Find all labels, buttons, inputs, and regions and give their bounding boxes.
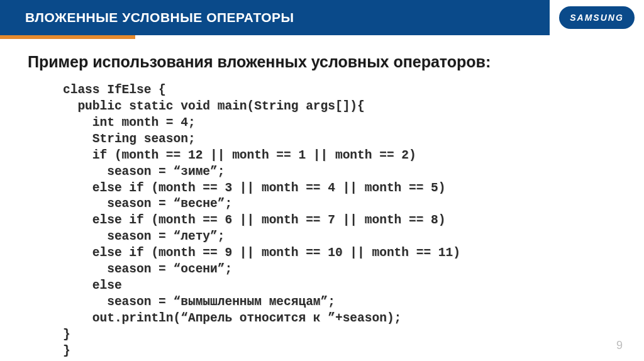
logo-container: SAMSUNG (550, 0, 644, 35)
content-area: Пример использования вложенных условных … (0, 35, 644, 360)
accent-bar (0, 35, 135, 39)
header-bar: ВЛОЖЕННЫЕ УСЛОВНЫЕ ОПЕРАТОРЫ SAMSUNG (0, 0, 644, 35)
page-number: 9 (616, 339, 623, 352)
code-block: class IfElse { public static void main(S… (63, 82, 616, 360)
samsung-logo: SAMSUNG (559, 6, 635, 29)
slide-title: ВЛОЖЕННЫЕ УСЛОВНЫЕ ОПЕРАТОРЫ (25, 10, 294, 25)
subtitle: Пример использования вложенных условных … (28, 53, 616, 71)
